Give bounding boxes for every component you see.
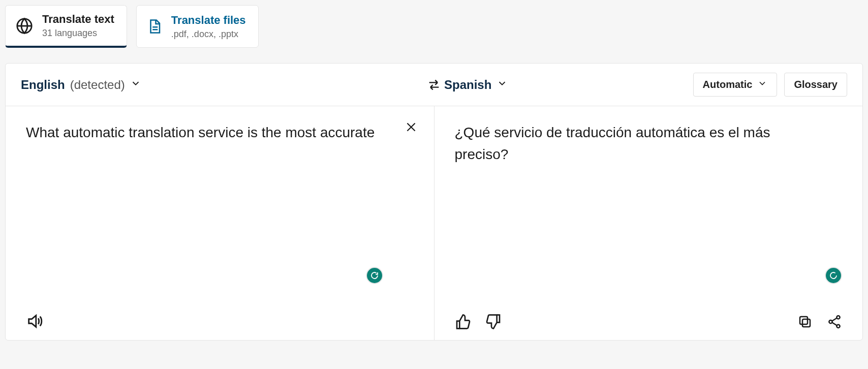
translator-panel: English (detected) Spanish Automatic [5, 63, 863, 341]
language-bar: English (detected) Spanish Automatic [6, 64, 862, 106]
translation-output: ¿Qué servicio de traducción automática e… [455, 121, 817, 166]
target-pane: ¿Qué servicio de traducción automática e… [434, 106, 863, 340]
target-language-label: Spanish [444, 78, 491, 92]
svg-rect-2 [800, 317, 808, 324]
tone-label: Automatic [703, 79, 753, 90]
thumbs-down-button[interactable] [485, 314, 502, 330]
copy-button[interactable] [797, 314, 813, 329]
tab-files-sub: .pdf, .docx, .pptx [171, 29, 246, 40]
target-language-select[interactable]: Spanish [444, 78, 508, 92]
tab-text-sub: 31 languages [42, 28, 114, 39]
tab-translate-text[interactable]: Translate text 31 languages [5, 5, 127, 48]
tab-translate-files[interactable]: Translate files .pdf, .docx, .pptx [136, 5, 259, 48]
tab-files-title: Translate files [171, 14, 246, 27]
globe-icon [16, 17, 33, 35]
share-button[interactable] [827, 314, 842, 329]
listen-source-button[interactable] [26, 313, 43, 330]
grammarly-badge-icon [366, 267, 383, 284]
glossary-button[interactable]: Glossary [784, 73, 847, 97]
source-language-select[interactable]: English (detected) [21, 78, 141, 92]
source-language-label: English [21, 78, 65, 92]
thumbs-up-button[interactable] [455, 314, 471, 330]
chevron-down-icon [497, 78, 508, 92]
chevron-down-icon [130, 78, 141, 92]
document-icon [147, 18, 162, 35]
clear-source-button[interactable] [405, 120, 418, 134]
tab-text-title: Translate text [42, 13, 114, 26]
swap-languages-button[interactable] [427, 78, 441, 92]
source-pane [6, 106, 434, 340]
source-text-input[interactable] [26, 121, 388, 308]
mode-tabs: Translate text 31 languages Translate fi… [0, 0, 868, 48]
svg-rect-1 [802, 319, 810, 327]
source-language-detected: (detected) [70, 78, 125, 92]
grammarly-badge-icon [825, 267, 842, 284]
tone-select[interactable]: Automatic [693, 73, 778, 97]
glossary-label: Glossary [794, 79, 838, 90]
chevron-down-icon [757, 78, 767, 91]
